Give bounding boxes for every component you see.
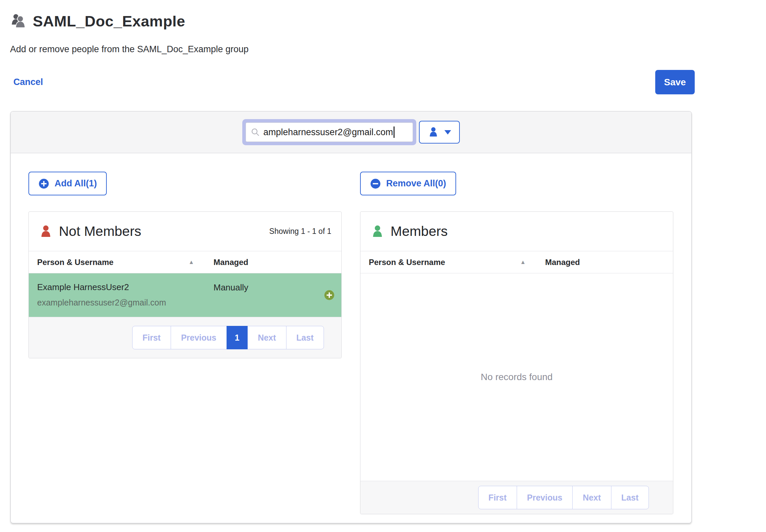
pagination-first-button[interactable]: First	[478, 486, 517, 509]
not-members-table-header: Person & Username ▲ Managed	[29, 251, 341, 273]
remove-all-button[interactable]: Remove All(0)	[360, 172, 456, 195]
not-members-column: Add All(1) Not Members Showing 1 - 1 of …	[28, 172, 342, 514]
pagination-first-button[interactable]: First	[132, 326, 171, 349]
person-name: Example HarnessUser2	[37, 282, 214, 292]
members-title: Members	[391, 224, 448, 239]
sort-ascending-icon: ▲	[520, 259, 526, 266]
table-row[interactable]: Example HarnessUser2 exampleharnessuser2…	[29, 273, 341, 317]
person-icon	[428, 126, 439, 138]
search-section: ampleharnessuser2@gmail.com	[11, 111, 691, 153]
members-table-header: Person & Username ▲ Managed	[360, 251, 673, 273]
pagination-last-button[interactable]: Last	[286, 326, 324, 349]
pagination-previous-button[interactable]: Previous	[517, 486, 573, 509]
not-members-panel: Not Members Showing 1 - 1 of 1 Person & …	[28, 211, 342, 358]
members-pagination: First Previous Next Last	[478, 486, 649, 509]
chevron-down-icon	[444, 130, 451, 135]
pagination-page-1-button[interactable]: 1	[227, 326, 248, 349]
page-title: SAML_Doc_Example	[33, 13, 185, 30]
page-header: SAML_Doc_Example Add or remove people fr…	[0, 0, 766, 94]
column-header-managed[interactable]: Managed	[545, 258, 673, 267]
page-subtitle: Add or remove people from the SAML_Doc_E…	[10, 44, 766, 55]
pagination-last-button[interactable]: Last	[611, 486, 649, 509]
person-username: exampleharnessuser2@gmail.com	[37, 298, 214, 307]
members-footer: First Previous Next Last	[360, 481, 673, 514]
cancel-link[interactable]: Cancel	[13, 77, 43, 87]
add-person-button[interactable]	[324, 290, 335, 300]
search-focus-ring: ampleharnessuser2@gmail.com	[242, 119, 416, 145]
not-members-pagination: First Previous 1 Next Last	[132, 326, 324, 349]
search-input-value: ampleharnessuser2@gmail.com	[263, 127, 393, 138]
column-header-person-username[interactable]: Person & Username ▲	[29, 258, 214, 267]
members-column: Remove All(0) Members Person & Username …	[360, 172, 673, 514]
search-icon	[251, 127, 260, 137]
managed-cell: Manually	[214, 282, 248, 293]
person-username-cell: Example HarnessUser2 exampleharnessuser2…	[29, 282, 214, 307]
not-members-icon	[39, 225, 53, 239]
search-input[interactable]: ampleharnessuser2@gmail.com	[246, 122, 413, 142]
minus-circle-icon	[370, 178, 381, 189]
add-person-icon	[324, 290, 335, 300]
plus-circle-icon	[38, 178, 49, 189]
add-all-button[interactable]: Add All(1)	[28, 172, 107, 195]
pagination-next-button[interactable]: Next	[247, 326, 286, 349]
group-icon	[10, 14, 27, 29]
remove-all-label: Remove All(0)	[386, 178, 446, 189]
save-button[interactable]: Save	[655, 70, 695, 94]
showing-count: Showing 1 - 1 of 1	[269, 227, 331, 236]
search-type-dropdown[interactable]	[419, 121, 460, 144]
members-icon	[370, 225, 385, 239]
sort-ascending-icon: ▲	[188, 259, 194, 266]
column-header-person-username[interactable]: Person & Username ▲	[360, 258, 545, 267]
no-records-text: No records found	[481, 372, 553, 382]
empty-state: No records found	[360, 273, 673, 481]
members-panel: Members Person & Username ▲ Managed No r…	[360, 211, 673, 514]
pagination-next-button[interactable]: Next	[572, 486, 611, 509]
not-members-footer: First Previous 1 Next Last	[29, 317, 341, 358]
text-caret	[394, 126, 395, 138]
column-header-managed[interactable]: Managed	[214, 258, 341, 267]
not-members-title: Not Members	[59, 224, 141, 239]
pagination-previous-button[interactable]: Previous	[171, 326, 227, 349]
group-membership-panel: ampleharnessuser2@gmail.com Add All(1)	[10, 111, 692, 523]
add-all-label: Add All(1)	[55, 178, 97, 189]
